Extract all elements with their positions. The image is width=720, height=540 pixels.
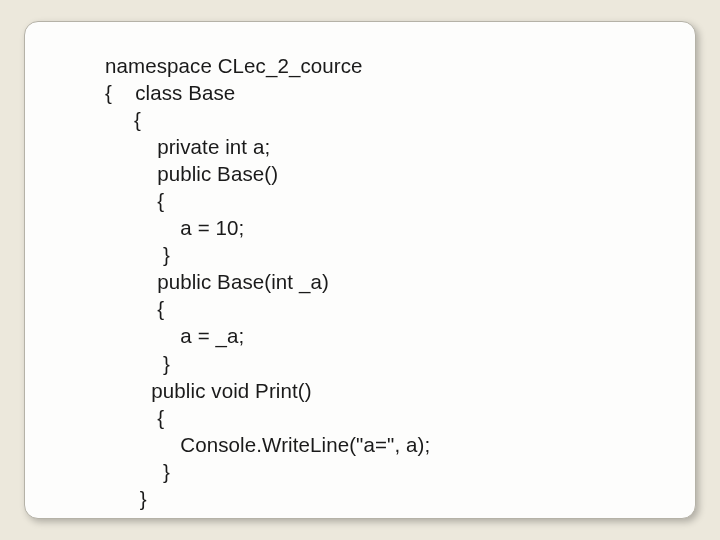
code-line: public Base(int _a) [105,270,329,293]
code-line: namespace CLec_2_cource [105,54,363,77]
code-card: namespace CLec_2_cource { class Base { p… [24,21,696,519]
code-line: } [105,352,170,375]
code-line: public Base() [105,162,278,185]
code-line: a = _a; [105,324,244,347]
code-line: { [105,406,164,429]
code-block: namespace CLec_2_cource { class Base { p… [105,52,667,512]
code-line: Console.WriteLine("a=", a); [105,433,430,456]
code-line: private int a; [105,135,270,158]
code-line: } [105,243,170,266]
code-line: a = 10; [105,216,244,239]
code-line: { class Base [105,81,235,104]
code-line: } [105,460,170,483]
code-line: { [105,108,141,131]
code-line: { [105,297,164,320]
code-line: { [105,189,164,212]
code-line: public void Print() [105,379,312,402]
code-line: } [105,487,147,510]
